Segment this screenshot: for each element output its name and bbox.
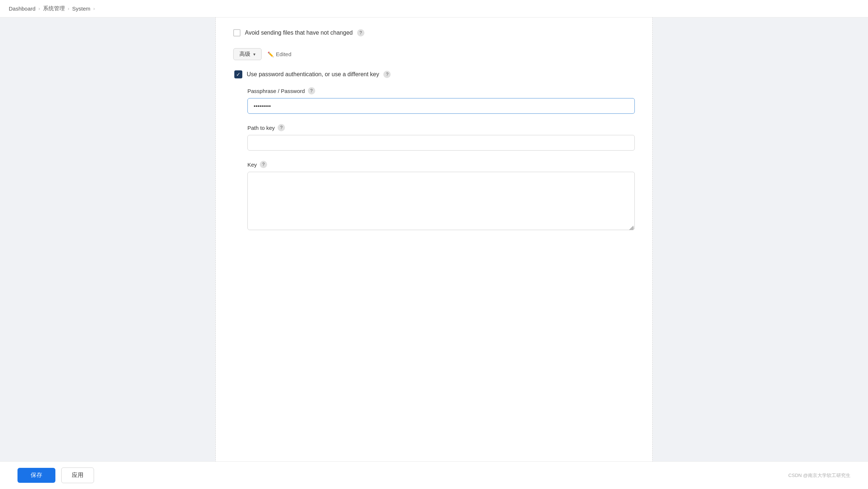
key-help-icon[interactable]: ? [260,161,267,168]
breadcrumb-system[interactable]: System [72,5,90,12]
breadcrumb-sep-3: › [93,6,95,11]
chevron-down-icon: ▾ [253,52,255,57]
key-label: Key [247,162,257,168]
breadcrumb-sep-2: › [68,6,69,11]
pencil-icon: ✏️ [267,51,274,57]
use-password-row: Use password authentication, or use a di… [234,70,635,78]
breadcrumb: Dashboard › 系统管理 › System › [0,0,868,18]
passphrase-help-icon[interactable]: ? [308,87,315,94]
footer: 保存 应用 CSDN @南京大学软工研究生 [0,461,868,489]
key-textarea-wrapper [247,172,635,232]
use-password-help-icon[interactable]: ? [383,71,391,78]
advanced-button[interactable]: 高级 ▾ [233,48,262,60]
edited-indicator: ✏️ Edited [267,51,292,57]
breadcrumb-sep-1: › [38,6,40,11]
avoid-sending-label: Avoid sending files that have not change… [245,30,353,36]
key-textarea[interactable] [247,172,635,230]
auth-section: Use password authentication, or use a di… [233,70,635,232]
key-label-row: Key ? [247,161,635,168]
advanced-button-label: 高级 [239,51,250,58]
breadcrumb-system-mgmt[interactable]: 系统管理 [43,5,65,12]
passphrase-label: Passphrase / Password [247,88,305,94]
use-password-checkbox[interactable] [234,70,242,78]
avoid-sending-checkbox[interactable] [233,29,241,36]
path-to-key-label-row: Path to key ? [247,124,635,131]
edited-text: Edited [276,51,292,57]
passphrase-group: Passphrase / Password ? [247,87,635,114]
avoid-sending-row: Avoid sending files that have not change… [233,29,635,36]
breadcrumb-dashboard[interactable]: Dashboard [9,5,35,12]
path-to-key-group: Path to key ? [247,124,635,151]
path-to-key-label: Path to key [247,125,275,131]
copyright-text: CSDN @南京大学软工研究生 [788,472,851,479]
path-to-key-help-icon[interactable]: ? [278,124,285,131]
passphrase-label-row: Passphrase / Password ? [247,87,635,94]
key-group: Key ? [247,161,635,232]
footer-buttons: 保存 应用 [17,467,94,483]
save-button[interactable]: 保存 [17,468,55,483]
main-content: Avoid sending files that have not change… [215,18,653,489]
advanced-row: 高级 ▾ ✏️ Edited [233,48,635,60]
passphrase-input[interactable] [247,98,635,114]
apply-button[interactable]: 应用 [61,467,94,483]
use-password-label: Use password authentication, or use a di… [247,71,379,78]
path-to-key-input[interactable] [247,135,635,151]
avoid-sending-help-icon[interactable]: ? [357,29,364,36]
